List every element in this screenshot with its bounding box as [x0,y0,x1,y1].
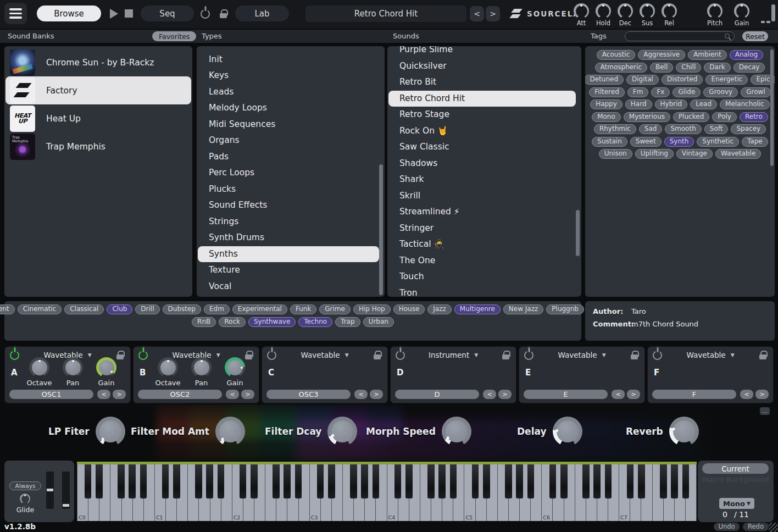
osc-lock-icon[interactable] [759,351,767,359]
tag-pill[interactable]: Mysterious [624,112,670,122]
black-key[interactable] [549,464,557,498]
black-key[interactable] [638,464,645,498]
mod-wheel[interactable] [62,472,70,509]
black-key[interactable] [118,464,125,498]
tag-pill[interactable]: Wavetable [715,149,761,159]
env-knob-rel[interactable]: Rel [662,3,677,27]
sound-bank-item[interactable]: Chrome Sun - by B-Rackz [5,48,191,76]
tag-pill[interactable]: Distorted [662,75,703,85]
osc-lock-icon[interactable] [373,351,381,359]
black-key[interactable] [350,464,357,498]
glide-always-button[interactable]: Always [9,481,41,490]
tag-pill[interactable]: Rhythmic [594,124,636,134]
black-key[interactable] [195,464,202,498]
macro-knob-morph-speed[interactable] [442,417,471,446]
osc-power-toggle[interactable] [524,351,534,360]
osc-prev-button[interactable]: < [97,390,110,399]
tag-pill[interactable]: Decay [733,63,765,73]
sound-item[interactable]: Retro Bit [388,74,576,91]
black-key[interactable] [328,464,335,498]
black-key[interactable] [560,464,568,498]
type-item[interactable]: Sound Effects [198,197,379,214]
macro-reverb[interactable]: Reverb [626,417,699,446]
tag-pill[interactable]: Energetic [705,75,748,85]
tag-pill[interactable]: Detuned [585,75,624,85]
osc-power-toggle[interactable] [10,351,19,360]
type-item[interactable]: Strings [198,214,379,230]
knob-pan[interactable] [63,357,83,378]
search-input[interactable] [625,32,734,41]
genre-pill[interactable]: Funk [290,304,316,314]
black-key[interactable] [206,464,213,498]
black-key[interactable] [527,464,535,498]
lab-tab-button[interactable]: Lab [235,5,289,21]
osc-name-pill[interactable]: F [652,390,736,399]
black-key[interactable] [284,464,291,498]
master-knob-pitch[interactable]: Pitch [707,3,723,27]
tag-pill[interactable]: Groovy [703,87,738,97]
mod-wheel-thumb[interactable] [63,504,69,507]
tag-pill[interactable]: Happy [590,99,623,109]
pitch-wheel[interactable] [46,472,54,509]
osc-prev-button[interactable]: < [612,390,625,399]
genre-pill[interactable]: Trap [335,317,360,327]
black-key[interactable] [273,464,280,498]
sounds-scrollbar[interactable] [576,210,580,256]
tag-pill[interactable]: Spacey [731,124,766,134]
osc-name-pill[interactable]: OSC1 [9,390,93,399]
black-key[interactable] [251,464,258,498]
tag-pill[interactable]: Filtered [589,87,624,97]
tag-pill[interactable]: Analog [730,50,763,60]
genre-pill[interactable]: Urban [363,317,394,327]
macro-filter-dcay[interactable]: Filter Dcay [265,417,357,446]
sound-bank-item[interactable]: HEATUPHeat Up [5,104,191,132]
type-item[interactable]: Keys [198,68,379,84]
tag-pill[interactable]: Acoustic [597,50,635,60]
black-key[interactable] [140,464,147,498]
black-key[interactable] [593,464,601,498]
genre-pill[interactable]: Cinematic [18,304,62,314]
osc-next-button[interactable]: > [370,390,383,399]
type-item[interactable]: Synths [198,246,379,263]
knob-octave[interactable] [158,357,178,378]
preset-next-button[interactable]: > [486,6,500,21]
tag-pill[interactable]: Glide [673,87,701,97]
tag-pill[interactable]: Sweet [630,137,662,147]
window-resize-icon[interactable] [761,21,770,23]
sound-item[interactable]: The One [388,253,576,269]
osc-prev-button[interactable]: < [354,390,368,399]
sound-item[interactable]: Retro Stage [388,107,576,123]
type-item[interactable]: Texture [198,262,379,279]
current-button[interactable]: Current [702,463,769,474]
macro-morph-speed[interactable]: Morph Speed [366,417,471,446]
sound-item[interactable]: Skrill [388,188,576,204]
tag-pill[interactable]: Plucked [673,112,709,122]
sound-item[interactable]: Retro Chord Hit [388,91,576,107]
macro-delay[interactable]: Delay [517,417,582,446]
macro-knob-filter-dcay[interactable] [327,417,357,446]
macro-knob-lp-fiter[interactable] [96,417,125,446]
knob-pitch[interactable] [707,3,723,19]
sound-item[interactable]: Shadows [388,156,576,172]
osc-a-pan-knob[interactable]: Pan [59,357,86,387]
tag-pill[interactable]: Digital [626,75,659,85]
knob-rel[interactable] [662,3,677,19]
sound-item[interactable]: Stringer [388,220,576,237]
black-key[interactable] [605,464,612,498]
osc-name-pill[interactable]: OSC2 [138,390,222,399]
sound-item[interactable]: Saw Classic [388,139,576,156]
knob-dec[interactable] [618,3,633,19]
menu-button[interactable] [4,3,27,24]
tag-pill[interactable]: Tape [742,137,768,147]
tag-pill[interactable]: Sustain [592,137,627,147]
osc-mode-dropdown[interactable]: Wavetable▼ [558,351,605,359]
black-key[interactable] [129,464,136,498]
env-knob-hold[interactable]: Hold [596,3,611,27]
tag-pill[interactable]: Atmospheric [595,63,647,73]
type-item[interactable]: Midi Sequences [198,117,379,133]
tag-pill[interactable]: Dark [704,63,730,73]
tag-pill[interactable]: Synth [664,137,694,147]
stop-icon[interactable] [125,9,133,18]
knob-hold[interactable] [596,3,611,19]
genre-pill[interactable]: Hip Hop [353,304,391,314]
